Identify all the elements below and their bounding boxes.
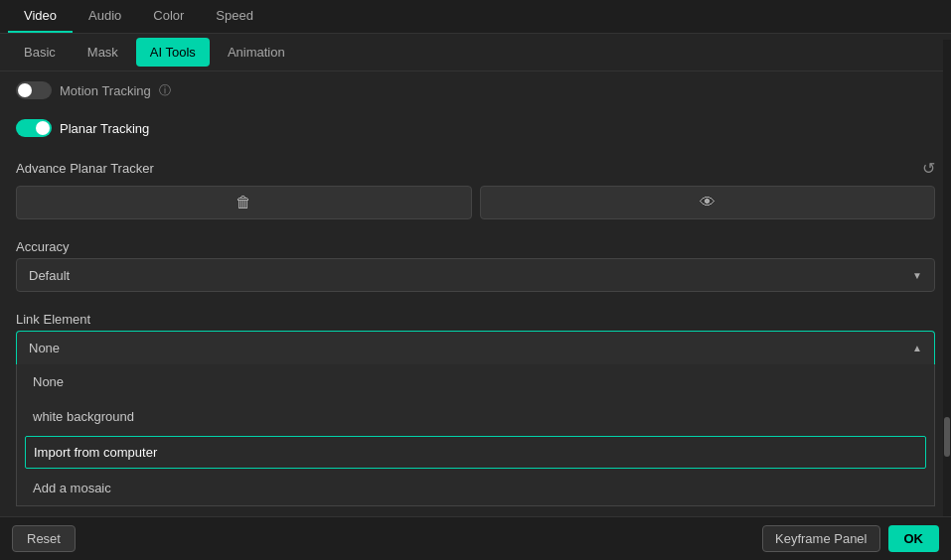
motion-tracking-row: Motion Tracking ⓘ: [0, 71, 951, 109]
subtab-basic[interactable]: Basic: [10, 38, 70, 67]
top-tabs-bar: Video Audio Color Speed: [0, 0, 951, 34]
link-element-dropdown-container: None ▲ None white background Import from…: [0, 331, 951, 506]
accuracy-value: Default: [29, 268, 70, 283]
advance-tracker-title: Advance Planar Tracker: [16, 161, 154, 176]
link-element-option-white-bg[interactable]: white background: [17, 399, 934, 434]
motion-tracking-info-icon[interactable]: ⓘ: [159, 82, 171, 99]
ok-button[interactable]: OK: [888, 525, 940, 552]
link-element-option-mosaic[interactable]: Add a mosaic: [17, 471, 934, 505]
tab-color[interactable]: Color: [137, 0, 200, 33]
bottom-bar: Reset Keyframe Panel OK: [0, 516, 951, 560]
eye-icon: 👁: [700, 194, 715, 211]
reset-button[interactable]: Reset: [12, 525, 76, 552]
tab-video[interactable]: Video: [8, 0, 73, 33]
link-element-value: None: [29, 341, 60, 355]
link-element-chevron-icon: ▲: [912, 343, 922, 353]
tab-audio[interactable]: Audio: [73, 0, 137, 33]
advance-tracker-title-row: Advance Planar Tracker ↺: [0, 147, 951, 186]
link-element-label: Link Element: [0, 304, 951, 331]
action-buttons-row: 🗑 👁: [0, 186, 951, 231]
delete-button[interactable]: 🗑: [16, 186, 472, 219]
scrollbar[interactable]: [943, 40, 951, 516]
link-element-option-none[interactable]: None: [17, 364, 934, 399]
motion-tracking-toggle[interactable]: [16, 81, 52, 99]
planar-tracking-toggle[interactable]: [16, 119, 52, 137]
subtab-mask[interactable]: Mask: [74, 38, 132, 67]
scroll-thumb[interactable]: [944, 417, 950, 457]
planar-tracking-label: Planar Tracking: [60, 121, 149, 136]
main-content: Motion Tracking ⓘ Planar Tracking Advanc…: [0, 71, 951, 550]
accuracy-select[interactable]: Default ▼: [16, 258, 935, 292]
eye-button[interactable]: 👁: [480, 186, 936, 219]
link-element-option-import[interactable]: Import from computer: [25, 436, 926, 469]
advance-tracker-reset-icon[interactable]: ↺: [922, 159, 935, 178]
planar-tracking-row: Planar Tracking: [0, 109, 951, 147]
sub-tabs-bar: Basic Mask AI Tools Animation: [0, 34, 951, 71]
motion-tracking-label: Motion Tracking: [60, 83, 151, 98]
subtab-ai-tools[interactable]: AI Tools: [136, 38, 210, 67]
link-element-trigger[interactable]: None ▲: [16, 331, 935, 364]
subtab-animation[interactable]: Animation: [214, 38, 299, 67]
accuracy-chevron-icon: ▼: [912, 270, 922, 281]
delete-icon: 🗑: [236, 194, 251, 211]
right-bar: Keyframe Panel OK: [762, 525, 939, 552]
link-element-menu: None white background Import from comput…: [16, 364, 935, 506]
tab-speed[interactable]: Speed: [200, 0, 269, 33]
keyframe-panel-button[interactable]: Keyframe Panel: [762, 525, 880, 552]
accuracy-label: Accuracy: [0, 231, 951, 258]
accuracy-select-row: Default ▼: [0, 258, 951, 304]
